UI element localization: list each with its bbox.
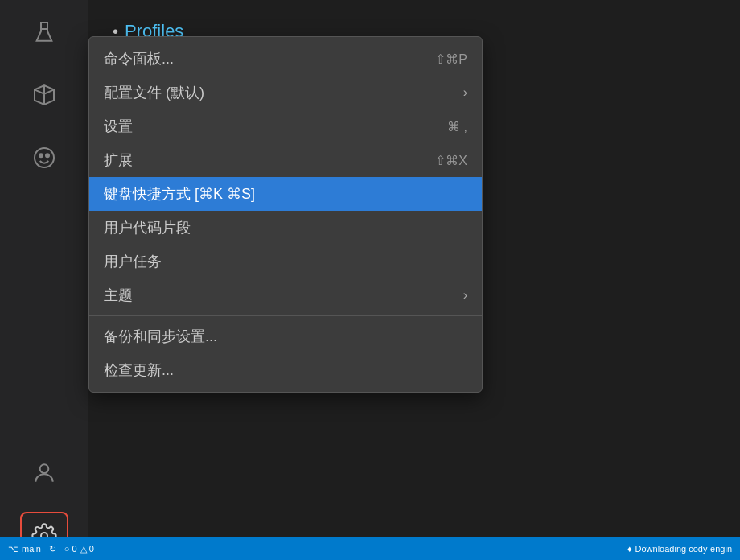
menu-separator xyxy=(89,315,482,316)
menu-item-settings[interactable]: 设置 ⌘ , xyxy=(89,109,482,143)
flask-icon[interactable] xyxy=(20,8,68,56)
cody-icon[interactable] xyxy=(20,134,68,182)
menu-item-label: 用户任务 xyxy=(104,252,162,271)
menu-item-label: 命令面板... xyxy=(104,49,174,68)
error-item[interactable]: ○ 0 △ 0 xyxy=(64,544,94,554)
svg-point-4 xyxy=(40,464,49,473)
menu-item-command-palette[interactable]: 命令面板... ⇧⌘P xyxy=(89,42,482,76)
menu-item-user-snippets[interactable]: 用户代码片段 xyxy=(89,211,482,245)
menu-item-keyboard-shortcuts[interactable]: 键盘快捷方式 [⌘K ⌘S] xyxy=(89,177,482,211)
sidebar xyxy=(0,0,88,560)
menu-item-label: 备份和同步设置... xyxy=(104,327,217,346)
submenu-arrow-icon: › xyxy=(463,288,467,303)
menu-item-shortcut: ⌘ , xyxy=(447,119,467,134)
svg-point-2 xyxy=(39,154,43,157)
context-menu: 命令面板... ⇧⌘P 配置文件 (默认) › 设置 ⌘ , 扩展 ⇧⌘X 键盘… xyxy=(88,36,483,393)
account-icon[interactable] xyxy=(20,449,68,497)
download-label: Downloading cody-engin xyxy=(635,544,732,554)
menu-item-label: 主题 xyxy=(104,286,133,305)
menu-item-theme[interactable]: 主题 › xyxy=(89,278,482,312)
submenu-arrow-icon: › xyxy=(463,85,467,100)
sync-item[interactable]: ↻ xyxy=(49,544,56,554)
menu-item-backup-sync[interactable]: 备份和同步设置... xyxy=(89,319,482,353)
menu-item-label: 用户代码片段 xyxy=(104,218,191,237)
menu-item-profiles[interactable]: 配置文件 (默认) › xyxy=(89,76,482,109)
warning-icon: △ 0 xyxy=(80,544,94,554)
menu-item-label: 键盘快捷方式 [⌘K ⌘S] xyxy=(104,184,255,204)
menu-item-extensions[interactable]: 扩展 ⇧⌘X xyxy=(89,143,482,177)
menu-item-label: 配置文件 (默认) xyxy=(104,83,204,102)
menu-item-shortcut: ⇧⌘P xyxy=(435,51,467,67)
menu-item-check-updates[interactable]: 检查更新... xyxy=(89,353,482,387)
download-item[interactable]: ♦ Downloading cody-engin xyxy=(627,544,732,554)
error-icon: ○ 0 xyxy=(64,544,77,554)
branch-item[interactable]: ⌥ main xyxy=(8,544,41,554)
extensions-icon[interactable] xyxy=(20,71,68,119)
svg-point-3 xyxy=(46,154,49,157)
menu-item-shortcut: ⇧⌘X xyxy=(435,153,467,168)
branch-icon: ⌥ xyxy=(8,544,18,554)
menu-item-label: 设置 xyxy=(104,117,133,136)
menu-item-label: 扩展 xyxy=(104,150,133,170)
menu-item-label: 检查更新... xyxy=(104,360,174,380)
svg-point-1 xyxy=(35,148,54,167)
status-bar: ⌥ main ↻ ○ 0 △ 0 ♦ Downloading cody-engi… xyxy=(0,537,740,560)
menu-item-user-tasks[interactable]: 用户任务 xyxy=(89,245,482,278)
branch-label: main xyxy=(22,544,41,554)
status-bar-right: ♦ Downloading cody-engin xyxy=(627,544,732,554)
sync-icon: ↻ xyxy=(49,544,56,554)
download-icon: ♦ xyxy=(627,544,632,554)
